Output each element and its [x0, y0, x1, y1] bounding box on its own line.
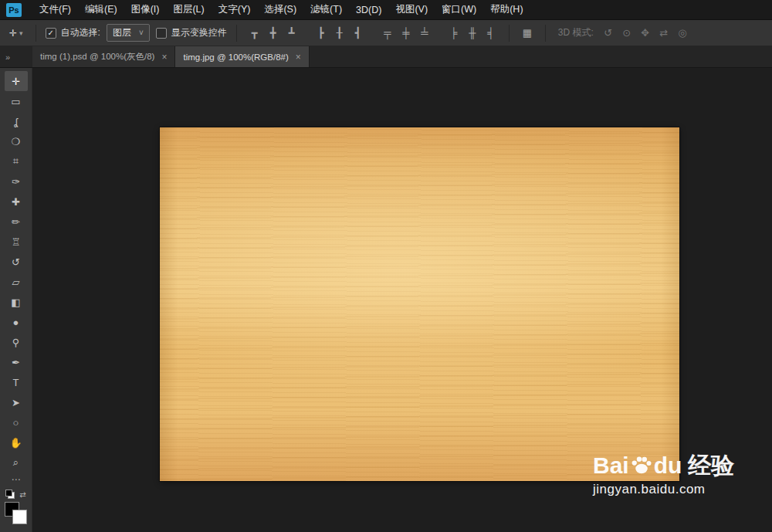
ellipse-tool[interactable]: ○ [5, 412, 28, 432]
chevron-down-icon: ▾ [19, 29, 23, 37]
tools-panel: ✛▭ʆ❍⌗✑✚✏♖↺▱◧●⚲✒T➤○✋⌕ ⋯ ⇄ [0, 68, 32, 532]
crop-tool[interactable]: ⌗ [5, 151, 28, 171]
auto-select-checkbox[interactable]: ✓ [46, 28, 56, 39]
move-tool[interactable]: ✛ [5, 71, 28, 91]
distribute-vertical-centers-icon[interactable]: ╪ [398, 25, 415, 42]
brush-tool[interactable]: ✏ [5, 212, 28, 232]
baidu-jingyan-watermark: Bai du 经验 jingyan.baidu.com [593, 452, 734, 497]
background-color-swatch[interactable] [12, 510, 27, 524]
document-tab-bar: » timg (1).psd @ 100%(灰色/8)×timg.jpg @ 1… [0, 46, 772, 68]
distribute-left-edges-icon[interactable]: ╞ [445, 25, 462, 42]
toolbar-collapse-button[interactable]: » [0, 46, 32, 67]
3d-scale-icon[interactable]: ◎ [674, 25, 691, 42]
3d-mode-buttons: ↺⊙✥⇄◎ [600, 25, 691, 42]
menu-item[interactable]: 滤镜(T) [303, 0, 349, 19]
rectangular-marquee-tool[interactable]: ▭ [5, 91, 28, 111]
pen-tool[interactable]: ✒ [5, 352, 28, 372]
blur-tool[interactable]: ● [5, 312, 28, 332]
history-brush-tool[interactable]: ↺ [5, 252, 28, 272]
divider [545, 25, 546, 42]
menu-item[interactable]: 帮助(H) [483, 0, 530, 19]
align-left-edges-icon[interactable]: ┣ [313, 25, 330, 42]
photoshop-window: Ps 文件(F)编辑(E)图像(I)图层(L)文字(Y)选择(S)滤镜(T)3D… [0, 0, 772, 532]
workspace: ✛▭ʆ❍⌗✑✚✏♖↺▱◧●⚲✒T➤○✋⌕ ⋯ ⇄ Bai [0, 68, 772, 532]
document-tab[interactable]: timg (1).psd @ 100%(灰色/8)× [32, 46, 175, 67]
tool-preset-picker[interactable]: ✛ ▾ [6, 26, 26, 40]
divider [509, 25, 510, 42]
gradient-tool[interactable]: ◧ [5, 292, 28, 312]
watermark-brand-cn: 经验 [688, 452, 734, 479]
align-right-edges-icon[interactable]: ┫ [350, 25, 367, 42]
3d-roll-icon[interactable]: ⊙ [618, 25, 635, 42]
dodge-tool[interactable]: ⚲ [5, 332, 28, 352]
color-controls: ⇄ [0, 490, 32, 499]
menu-item[interactable]: 文件(F) [32, 0, 78, 19]
mini-black-swatch [5, 490, 12, 496]
distribute-right-edges-icon[interactable]: ╡ [482, 25, 499, 42]
tool-buttons: ✛▭ʆ❍⌗✑✚✏♖↺▱◧●⚲✒T➤○✋⌕ [0, 71, 32, 473]
tool-options-bar: ✛ ▾ ✓ 自动选择: 图层 ˅ 显示变换控件 ┳╋┻┣╂┫╤╪╧╞╫╡ ▦ 3… [0, 20, 772, 46]
auto-select-target-dropdown[interactable]: 图层 ˅ [107, 24, 150, 42]
auto-select-option[interactable]: ✓ 自动选择: [46, 26, 100, 39]
menu-item[interactable]: 视图(V) [388, 0, 435, 19]
menu-item[interactable]: 文字(Y) [212, 0, 258, 19]
close-icon[interactable]: × [161, 52, 167, 63]
clone-stamp-tool[interactable]: ♖ [5, 232, 28, 252]
edit-toolbar-button[interactable]: ⋯ [5, 474, 28, 485]
menu-item[interactable]: 3D(D) [349, 0, 388, 19]
tab-title: timg (1).psd @ 100%(灰色/8) [40, 51, 154, 63]
3d-drag-icon[interactable]: ✥ [637, 25, 654, 42]
photoshop-logo-text: Ps [8, 5, 19, 15]
quick-selection-tool[interactable]: ❍ [5, 131, 28, 151]
distribute-horizontal-centers-icon[interactable]: ╫ [464, 25, 481, 42]
menu-item[interactable]: 编辑(E) [78, 0, 124, 19]
default-colors-icon[interactable] [5, 490, 15, 499]
photoshop-logo-icon: Ps [6, 3, 22, 17]
color-swatches [5, 502, 28, 525]
lasso-tool[interactable]: ʆ [5, 111, 28, 131]
move-tool-icon: ✛ [9, 28, 17, 39]
align-vertical-centers-icon[interactable]: ╋ [265, 25, 282, 42]
spot-healing-brush-tool[interactable]: ✚ [5, 191, 28, 212]
zoom-tool[interactable]: ⌕ [5, 452, 28, 473]
menu-bar: Ps 文件(F)编辑(E)图像(I)图层(L)文字(Y)选择(S)滤镜(T)3D… [0, 0, 772, 20]
distribute-top-edges-icon[interactable]: ╤ [379, 25, 396, 42]
align-top-edges-icon[interactable]: ┳ [246, 25, 263, 42]
menu-item[interactable]: 窗口(W) [435, 0, 483, 19]
3d-rotate-icon[interactable]: ↺ [600, 25, 617, 42]
align-distribute-buttons: ┳╋┻┣╂┫╤╪╧╞╫╡ [246, 25, 499, 42]
eyedropper-tool[interactable]: ✑ [5, 171, 28, 191]
swap-colors-icon[interactable]: ⇄ [19, 490, 25, 499]
close-icon[interactable]: × [296, 52, 301, 63]
watermark-url: jingyan.baidu.com [593, 482, 734, 497]
tab-title: timg.jpg @ 100%(RGB/8#) [183, 53, 288, 62]
menu-item[interactable]: 选择(S) [257, 0, 303, 19]
document-tab[interactable]: timg.jpg @ 100%(RGB/8#)× [175, 46, 309, 67]
hand-tool[interactable]: ✋ [5, 432, 28, 452]
align-bottom-edges-icon[interactable]: ┻ [283, 25, 300, 42]
show-transform-label: 显示变换控件 [171, 26, 227, 39]
auto-align-layers-button[interactable]: ▦ [519, 25, 536, 42]
divider [36, 25, 36, 42]
divider [236, 25, 237, 42]
watermark-brand-pre: Bai [593, 452, 629, 479]
3d-mode-label: 3D 模式: [558, 26, 594, 39]
show-transform-checkbox[interactable] [156, 28, 167, 39]
eraser-tool[interactable]: ▱ [5, 272, 28, 292]
path-selection-tool[interactable]: ➤ [5, 392, 28, 412]
watermark-brand: Bai du 经验 [593, 452, 734, 479]
menu-item[interactable]: 图像(I) [124, 0, 167, 19]
3d-slide-icon[interactable]: ⇄ [655, 25, 672, 42]
show-transform-option[interactable]: 显示变换控件 [156, 26, 227, 39]
menu-item[interactable]: 图层(L) [166, 0, 211, 19]
chevron-down-icon: ˅ [139, 29, 144, 37]
document-tabs: timg (1).psd @ 100%(灰色/8)×timg.jpg @ 100… [32, 46, 310, 67]
align-horizontal-centers-icon[interactable]: ╂ [331, 25, 348, 42]
distribute-bottom-edges-icon[interactable]: ╧ [416, 25, 433, 42]
watermark-brand-post: du [654, 452, 682, 479]
type-tool[interactable]: T [5, 372, 28, 392]
auto-select-target-value: 图层 [113, 26, 131, 39]
document-image[interactable] [160, 127, 679, 481]
paw-icon [630, 453, 653, 476]
canvas-area[interactable]: Bai du 经验 jingyan.baidu.com [32, 68, 772, 532]
